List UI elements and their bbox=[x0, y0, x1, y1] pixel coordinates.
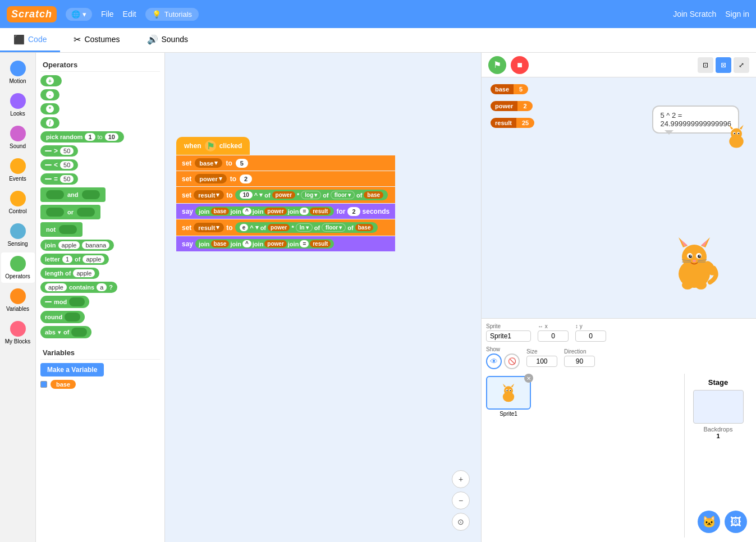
result-dropdown1[interactable]: result ▾ bbox=[194, 190, 224, 200]
tutorials-button[interactable]: 💡 Tutorials bbox=[145, 8, 199, 21]
math-expr-1[interactable]: 10 ^ ▾ of power * log ▾ of floor bbox=[235, 190, 388, 200]
sprite1-thumb[interactable]: ✕ bbox=[486, 376, 531, 410]
base-variable-block[interactable]: base bbox=[51, 380, 76, 389]
abs-block[interactable]: abs ▾ of bbox=[40, 326, 91, 338]
not-block[interactable]: not bbox=[40, 222, 83, 237]
sidebar-item-myblocks[interactable]: My Blocks bbox=[1, 318, 35, 348]
scratch-logo[interactable]: Scratch bbox=[7, 6, 57, 22]
lt-block[interactable]: < 50 bbox=[40, 159, 78, 171]
add-backdrop-button[interactable]: 🖼 bbox=[725, 511, 747, 533]
sidebar: Motion Looks Sound Events Control Sensin… bbox=[0, 53, 36, 542]
add-sprite-button[interactable]: 🐱 bbox=[698, 511, 720, 533]
language-selector[interactable]: 🌐 ▾ bbox=[66, 8, 92, 21]
sidebar-item-events[interactable]: Events bbox=[1, 155, 35, 185]
fullscreen-button[interactable]: ⤢ bbox=[734, 57, 749, 73]
or-block-row: or bbox=[40, 205, 160, 219]
power-monitor: power 2 bbox=[491, 101, 534, 111]
join-scratch-link[interactable]: Join Scratch bbox=[673, 10, 716, 19]
cat-sprite-stage bbox=[666, 232, 722, 296]
set-result-block[interactable]: set result ▾ to 10 ^ ▾ of power * bbox=[176, 187, 395, 203]
sidebar-item-sound[interactable]: Sound bbox=[1, 122, 35, 153]
join-block[interactable]: join apple banana bbox=[40, 240, 114, 251]
result-dropdown2[interactable]: result ▾ bbox=[194, 223, 224, 232]
green-flag-button[interactable]: ⚑ bbox=[488, 56, 506, 74]
tab-code[interactable]: ⬛ Code bbox=[0, 28, 60, 52]
and-block[interactable]: and bbox=[40, 187, 106, 202]
sidebar-item-motion[interactable]: Motion bbox=[1, 57, 35, 88]
flag-icon: ⚑ bbox=[205, 140, 216, 151]
sidebar-item-control[interactable]: Control bbox=[1, 187, 35, 218]
contains-block-row: apple contains a ? bbox=[40, 282, 160, 293]
set-result-e-block[interactable]: set result ▾ to e ^ ▾ of power * l bbox=[176, 219, 395, 236]
sidebar-item-operators[interactable]: Operators bbox=[1, 252, 35, 283]
hat-block[interactable]: when ⚑ clicked set base ▾ to 5 set bbox=[176, 137, 395, 251]
svg-point-11 bbox=[699, 255, 700, 256]
looks-dot bbox=[10, 93, 26, 109]
eq-block[interactable]: = 50 bbox=[40, 173, 78, 185]
myblocks-dot bbox=[10, 321, 26, 337]
edit-menu[interactable]: Edit bbox=[123, 10, 136, 19]
hide-button[interactable]: 🚫 bbox=[504, 353, 520, 369]
zoom-in-button[interactable]: + bbox=[452, 470, 470, 488]
when-flag-clicked-block[interactable]: when ⚑ clicked bbox=[176, 137, 250, 155]
make-variable-button[interactable]: Make a Variable bbox=[40, 363, 104, 376]
sidebar-item-sensing[interactable]: Sensing bbox=[1, 220, 35, 250]
svg-point-21 bbox=[731, 128, 742, 139]
letter-block[interactable]: letter 1 of apple bbox=[40, 254, 109, 265]
sprite-show-row: Show 👁 🚫 Size Direction bbox=[486, 346, 752, 369]
sign-in-link[interactable]: Sign in bbox=[725, 10, 749, 19]
pick-random-block[interactable]: pick random 1 to 10 bbox=[40, 131, 124, 143]
zoom-reset-button[interactable]: ⊙ bbox=[452, 513, 470, 531]
math-expr-2[interactable]: e ^ ▾ of power * ln ▾ of floor ▾ bbox=[235, 222, 378, 233]
contains-block[interactable]: apple contains a ? bbox=[40, 282, 117, 293]
mul-block[interactable]: * bbox=[40, 103, 59, 114]
or-block[interactable]: or bbox=[40, 205, 100, 219]
gt-block-row: > 50 bbox=[40, 145, 160, 157]
sprite1-delete[interactable]: ✕ bbox=[524, 374, 533, 383]
set-base-block[interactable]: set base ▾ to 5 bbox=[176, 155, 395, 171]
base-var-checkbox[interactable] bbox=[40, 381, 47, 388]
stage-backdrop-thumb[interactable] bbox=[693, 390, 744, 424]
sidebar-item-variables[interactable]: Variables bbox=[1, 285, 35, 315]
show-button[interactable]: 👁 bbox=[486, 353, 502, 369]
sidebar-item-looks[interactable]: Looks bbox=[1, 90, 35, 120]
set-power-block[interactable]: set power ▾ to 2 bbox=[176, 171, 395, 186]
x-input[interactable] bbox=[538, 330, 569, 342]
direction-input[interactable] bbox=[564, 356, 595, 367]
sprite1-item[interactable]: ✕ bbox=[486, 376, 531, 417]
normal-stage-button[interactable]: ⊠ bbox=[716, 57, 731, 73]
round-block[interactable]: round bbox=[40, 311, 85, 323]
base-monitor: base 5 bbox=[491, 84, 534, 94]
sub-block[interactable]: - bbox=[40, 89, 59, 100]
say-block-2[interactable]: say join base join ^ join power join = r… bbox=[176, 236, 395, 251]
say-join-expr[interactable]: join base join ^ join power join = resul… bbox=[195, 206, 334, 216]
sprite-name-input[interactable] bbox=[486, 330, 531, 342]
y-input[interactable] bbox=[575, 330, 606, 342]
sprites-list: ✕ bbox=[486, 374, 680, 538]
power-dropdown[interactable]: power ▾ bbox=[195, 174, 226, 183]
gt-block[interactable]: > 50 bbox=[40, 145, 78, 157]
add-block[interactable]: + bbox=[40, 75, 62, 86]
power-pill[interactable]: power bbox=[272, 191, 295, 199]
tab-costumes[interactable]: ✂ Costumes bbox=[60, 28, 133, 52]
add-block-row: + bbox=[40, 75, 160, 86]
small-stage-button[interactable]: ⊡ bbox=[698, 57, 713, 73]
length-block[interactable]: length of apple bbox=[40, 268, 99, 279]
svg-point-1 bbox=[682, 245, 707, 269]
say-join-expr-2[interactable]: join base join ^ join power join = resul… bbox=[195, 239, 334, 249]
svg-point-18 bbox=[682, 281, 693, 290]
globe-icon: 🌐 bbox=[71, 10, 80, 19]
top-navigation: Scratch 🌐 ▾ File Edit 💡 Tutorials Join S… bbox=[0, 0, 756, 28]
size-input[interactable] bbox=[526, 356, 557, 367]
zoom-out-button[interactable]: − bbox=[452, 492, 470, 509]
eq-block-row: = 50 bbox=[40, 173, 160, 185]
say-for-block[interactable]: say join base join ^ join power join = r… bbox=[176, 204, 395, 219]
tab-sounds[interactable]: 🔊 Sounds bbox=[134, 28, 201, 52]
sensing-dot bbox=[10, 223, 26, 239]
stop-button[interactable]: ■ bbox=[511, 56, 529, 74]
div-block[interactable]: / bbox=[40, 117, 59, 128]
file-menu[interactable]: File bbox=[101, 10, 114, 19]
mod-block[interactable]: mod bbox=[40, 296, 89, 308]
control-dot bbox=[10, 191, 26, 206]
base-dropdown[interactable]: base ▾ bbox=[195, 158, 222, 168]
